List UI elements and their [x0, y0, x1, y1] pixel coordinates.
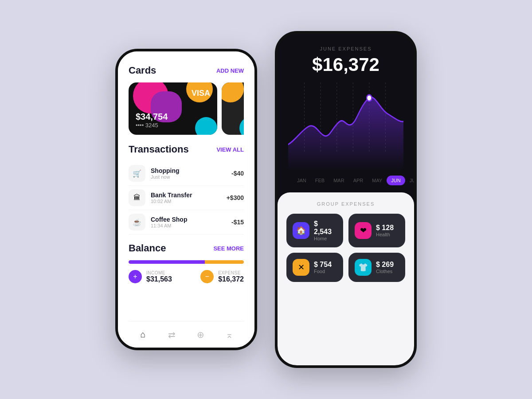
transaction-item-shopping[interactable]: 🛒 Shopping Just now -$40 [129, 161, 244, 186]
group-item-food[interactable]: ✕ $ 754 Food [286, 253, 343, 282]
txn-details-shopping: Shopping Just now [151, 167, 231, 180]
txn-name-bank: Bank Transfer [151, 192, 227, 199]
home-text: $ 2,543 Home [314, 220, 337, 241]
cards-section: Cards ADD NEW VISA $34,754 •••• 3245 [129, 65, 244, 135]
home-label: Home [314, 236, 337, 241]
expense-icon: − [200, 270, 214, 283]
group-item-clothes[interactable]: 👕 $ 269 Clothes [348, 253, 405, 282]
txn-time-shopping: Just now [151, 174, 231, 180]
balance-section: Balance SEE MORE + INCOME $31,563 − [129, 243, 244, 316]
txn-time-coffee: 11:34 AM [151, 223, 231, 228]
dark-phone-content: JUNE EXPENSES $16,372 [278, 34, 414, 365]
transaction-item-coffee[interactable]: ☕ Coffee Shop 11:34 AM -$15 [129, 210, 244, 235]
health-amount: $ 128 [376, 224, 394, 232]
card-bottom: $34,754 •••• 3245 [136, 112, 210, 129]
txn-amount-coffee: -$15 [231, 219, 244, 226]
txn-details-bank: Bank Transfer 10:02 AM [151, 192, 227, 204]
income-item: + INCOME $31,563 [129, 270, 172, 283]
clothes-label: Clothes [376, 269, 394, 274]
card-number: •••• 3245 [136, 122, 210, 129]
income-icon: + [129, 270, 142, 283]
group-title: GROUP EXPENSES [286, 201, 405, 207]
see-more-button[interactable]: SEE MORE [213, 245, 244, 252]
coffee-icon: ☕ [129, 214, 145, 231]
card-amount: $34,754 [136, 112, 210, 122]
month-jun[interactable]: JUN [387, 176, 405, 185]
phone-dark: JUNE EXPENSES $16,372 [275, 31, 417, 368]
txn-amount-shopping: -$40 [231, 170, 244, 177]
month-may[interactable]: MAY [368, 176, 387, 185]
food-category-icon: ✕ [293, 259, 309, 276]
group-item-home[interactable]: 🏠 $ 2,543 Home [286, 214, 343, 247]
chart-active-point [367, 95, 372, 101]
home-category-icon: 🏠 [293, 222, 309, 239]
group-expenses-panel: GROUP EXPENSES 🏠 $ 2,543 Home ❤ $ 128 He… [278, 192, 414, 365]
food-text: $ 754 Food [314, 261, 332, 274]
nav-home-icon[interactable]: ⌂ [137, 329, 149, 340]
income-bar [129, 260, 205, 264]
cards-header: Cards ADD NEW [129, 65, 244, 76]
balance-row: + INCOME $31,563 − EXPENSE $16,372 [129, 270, 244, 283]
income-details: INCOME $31,563 [146, 270, 172, 283]
transactions-section: Transactions VIEW ALL 🛒 Shopping Just no… [129, 144, 244, 235]
group-item-health[interactable]: ❤ $ 128 Health [348, 214, 405, 247]
clothes-category-icon: 👕 [355, 259, 372, 276]
balance-header: Balance SEE MORE [129, 243, 244, 254]
clothes-text: $ 269 Clothes [376, 261, 394, 274]
balance-bar [129, 260, 244, 264]
nav-globe-icon[interactable]: ⊕ [195, 329, 207, 340]
expense-period-label: JUNE EXPENSES [288, 46, 403, 51]
group-grid: 🏠 $ 2,543 Home ❤ $ 128 Health ✕ [286, 214, 405, 282]
card-brand: VISA [136, 89, 210, 98]
txn-details-coffee: Coffee Shop 11:34 AM [151, 216, 231, 228]
expense-label: EXPENSE [218, 270, 244, 275]
month-mar[interactable]: MAR [329, 176, 348, 185]
add-new-button[interactable]: ADD NEW [216, 67, 244, 74]
health-label: Health [376, 232, 394, 237]
bank-icon: 🏛 [129, 189, 145, 206]
balance-title: Balance [129, 243, 166, 254]
light-phone-content: Cards ADD NEW VISA $34,754 •••• 3245 [118, 51, 254, 348]
income-value: $31,563 [146, 275, 172, 283]
transactions-title: Transactions [129, 144, 189, 155]
chart-svg [288, 82, 403, 171]
cards-title: Cards [129, 65, 156, 76]
health-category-icon: ❤ [355, 222, 372, 239]
bottom-nav: ⌂ ⇄ ⊕ ⌅ [129, 321, 244, 348]
month-feb[interactable]: FEB [311, 176, 329, 185]
shopping-icon: 🛒 [129, 165, 145, 182]
income-label: INCOME [146, 270, 172, 275]
month-labels: JAN FEB MAR APR MAY JUN JUL [288, 171, 403, 192]
phone-light: Cards ADD NEW VISA $34,754 •••• 3245 [115, 49, 257, 350]
main-card[interactable]: VISA $34,754 •••• 3245 [129, 82, 217, 135]
month-jan[interactable]: JAN [293, 176, 311, 185]
nav-transfer-icon[interactable]: ⇄ [166, 329, 178, 340]
expense-value: $16,372 [218, 275, 244, 283]
expense-bar [205, 260, 244, 264]
view-all-button[interactable]: VIEW ALL [216, 146, 244, 153]
cards-row: VISA $34,754 •••• 3245 [129, 82, 244, 135]
transaction-item-bank[interactable]: 🏛 Bank Transfer 10:02 AM +$300 [129, 186, 244, 210]
transactions-header: Transactions VIEW ALL [129, 144, 244, 155]
clothes-amount: $ 269 [376, 261, 394, 269]
expense-details: EXPENSE $16,372 [218, 270, 244, 283]
txn-name-coffee: Coffee Shop [151, 216, 231, 223]
month-jul[interactable]: JUL [405, 176, 417, 185]
line-chart [288, 82, 403, 171]
chart-area: JUNE EXPENSES $16,372 [278, 34, 414, 192]
blob5 [222, 82, 244, 102]
txn-amount-bank: +$300 [227, 194, 244, 201]
food-label: Food [314, 269, 332, 274]
month-apr[interactable]: APR [349, 176, 368, 185]
expense-item: − EXPENSE $16,372 [200, 270, 244, 283]
health-text: $ 128 Health [376, 224, 394, 237]
nav-profile-icon[interactable]: ⌅ [224, 329, 235, 340]
home-amount: $ 2,543 [314, 220, 337, 236]
expense-total: $16,372 [288, 54, 403, 75]
blob6 [239, 117, 244, 135]
food-amount: $ 754 [314, 261, 332, 269]
secondary-card[interactable] [222, 82, 244, 135]
txn-name-shopping: Shopping [151, 167, 231, 174]
txn-time-bank: 10:02 AM [151, 199, 227, 204]
